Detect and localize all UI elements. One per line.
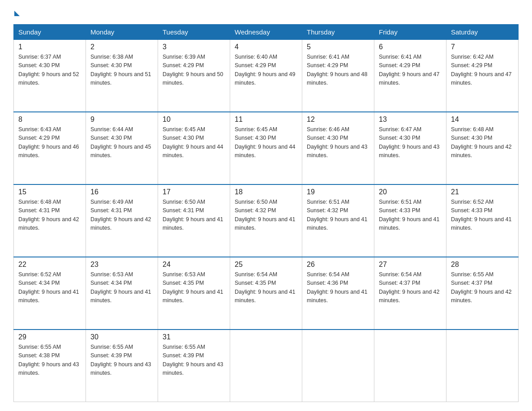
day-number: 12	[307, 116, 369, 124]
calendar-cell: 24 Sunrise: 6:53 AMSunset: 4:35 PMDaylig…	[158, 257, 230, 330]
calendar-header-wednesday: Wednesday	[230, 25, 302, 40]
calendar-header-tuesday: Tuesday	[158, 25, 230, 40]
day-number: 30	[90, 333, 153, 341]
calendar-cell: 17 Sunrise: 6:50 AMSunset: 4:31 PMDaylig…	[158, 184, 230, 257]
calendar-cell: 4 Sunrise: 6:40 AMSunset: 4:29 PMDayligh…	[230, 40, 302, 112]
day-info: Sunrise: 6:46 AMSunset: 4:30 PMDaylight:…	[307, 125, 369, 160]
day-number: 7	[451, 43, 514, 51]
day-info: Sunrise: 6:51 AMSunset: 4:32 PMDaylight:…	[307, 198, 369, 233]
day-number: 11	[235, 116, 297, 124]
calendar-cell: 7 Sunrise: 6:42 AMSunset: 4:29 PMDayligh…	[446, 40, 519, 112]
day-info: Sunrise: 6:43 AMSunset: 4:29 PMDaylight:…	[18, 125, 81, 160]
day-info: Sunrise: 6:39 AMSunset: 4:29 PMDaylight:…	[163, 53, 225, 88]
calendar-header-row: SundayMondayTuesdayWednesdayThursdayFrid…	[14, 25, 519, 40]
calendar-cell: 19 Sunrise: 6:51 AMSunset: 4:32 PMDaylig…	[302, 184, 374, 257]
calendar-cell: 18 Sunrise: 6:50 AMSunset: 4:32 PMDaylig…	[230, 184, 302, 257]
calendar-table: SundayMondayTuesdayWednesdayThursdayFrid…	[13, 24, 519, 402]
day-info: Sunrise: 6:37 AMSunset: 4:30 PMDaylight:…	[18, 53, 81, 88]
day-number: 26	[307, 261, 369, 269]
calendar-cell: 1 Sunrise: 6:37 AMSunset: 4:30 PMDayligh…	[14, 40, 86, 112]
calendar-cell: 13 Sunrise: 6:47 AMSunset: 4:30 PMDaylig…	[374, 112, 446, 184]
day-number: 10	[163, 116, 225, 124]
day-info: Sunrise: 6:41 AMSunset: 4:29 PMDaylight:…	[307, 53, 369, 88]
day-number: 24	[163, 261, 225, 269]
day-number: 6	[379, 43, 442, 51]
calendar-cell: 27 Sunrise: 6:54 AMSunset: 4:37 PMDaylig…	[374, 257, 446, 330]
day-number: 25	[235, 261, 297, 269]
day-number: 21	[451, 188, 514, 196]
day-info: Sunrise: 6:47 AMSunset: 4:30 PMDaylight:…	[379, 125, 442, 160]
day-info: Sunrise: 6:40 AMSunset: 4:29 PMDaylight:…	[235, 53, 297, 88]
calendar-cell: 20 Sunrise: 6:51 AMSunset: 4:33 PMDaylig…	[374, 184, 446, 257]
day-number: 22	[18, 261, 81, 269]
calendar-cell: 15 Sunrise: 6:48 AMSunset: 4:31 PMDaylig…	[14, 184, 86, 257]
calendar-week-row: 22 Sunrise: 6:52 AMSunset: 4:34 PMDaylig…	[14, 257, 519, 330]
day-info: Sunrise: 6:42 AMSunset: 4:29 PMDaylight:…	[451, 53, 514, 88]
day-info: Sunrise: 6:52 AMSunset: 4:34 PMDaylight:…	[18, 270, 81, 305]
day-info: Sunrise: 6:55 AMSunset: 4:38 PMDaylight:…	[18, 343, 81, 378]
calendar-cell: 11 Sunrise: 6:45 AMSunset: 4:30 PMDaylig…	[230, 112, 302, 184]
logo	[13, 9, 20, 16]
day-info: Sunrise: 6:53 AMSunset: 4:35 PMDaylight:…	[163, 270, 225, 305]
calendar-cell: 8 Sunrise: 6:43 AMSunset: 4:29 PMDayligh…	[14, 112, 86, 184]
day-number: 5	[307, 43, 369, 51]
calendar-header-friday: Friday	[374, 25, 446, 40]
day-info: Sunrise: 6:48 AMSunset: 4:31 PMDaylight:…	[18, 198, 81, 233]
day-info: Sunrise: 6:45 AMSunset: 4:30 PMDaylight:…	[163, 125, 225, 160]
day-info: Sunrise: 6:50 AMSunset: 4:31 PMDaylight:…	[163, 198, 225, 233]
calendar-cell: 16 Sunrise: 6:49 AMSunset: 4:31 PMDaylig…	[86, 184, 158, 257]
calendar-header-sunday: Sunday	[14, 25, 86, 40]
day-number: 27	[379, 261, 442, 269]
day-info: Sunrise: 6:55 AMSunset: 4:37 PMDaylight:…	[451, 270, 514, 305]
calendar-cell: 22 Sunrise: 6:52 AMSunset: 4:34 PMDaylig…	[14, 257, 86, 330]
day-info: Sunrise: 6:48 AMSunset: 4:30 PMDaylight:…	[451, 125, 514, 160]
day-number: 14	[451, 116, 514, 124]
day-number: 18	[235, 188, 297, 196]
calendar-week-row: 29 Sunrise: 6:55 AMSunset: 4:38 PMDaylig…	[14, 330, 519, 402]
calendar-cell: 3 Sunrise: 6:39 AMSunset: 4:29 PMDayligh…	[158, 40, 230, 112]
calendar-cell	[446, 330, 519, 402]
day-number: 19	[307, 188, 369, 196]
calendar-cell: 26 Sunrise: 6:54 AMSunset: 4:36 PMDaylig…	[302, 257, 374, 330]
day-info: Sunrise: 6:53 AMSunset: 4:34 PMDaylight:…	[90, 270, 153, 305]
calendar-cell: 6 Sunrise: 6:41 AMSunset: 4:29 PMDayligh…	[374, 40, 446, 112]
day-info: Sunrise: 6:55 AMSunset: 4:39 PMDaylight:…	[90, 343, 153, 378]
calendar-week-row: 1 Sunrise: 6:37 AMSunset: 4:30 PMDayligh…	[14, 40, 519, 112]
calendar-cell: 10 Sunrise: 6:45 AMSunset: 4:30 PMDaylig…	[158, 112, 230, 184]
calendar-week-row: 15 Sunrise: 6:48 AMSunset: 4:31 PMDaylig…	[14, 184, 519, 257]
calendar-cell: 5 Sunrise: 6:41 AMSunset: 4:29 PMDayligh…	[302, 40, 374, 112]
day-number: 2	[90, 43, 153, 51]
calendar-cell: 28 Sunrise: 6:55 AMSunset: 4:37 PMDaylig…	[446, 257, 519, 330]
calendar-cell: 29 Sunrise: 6:55 AMSunset: 4:38 PMDaylig…	[14, 330, 86, 402]
page: SundayMondayTuesdayWednesdayThursdayFrid…	[0, 0, 532, 411]
day-number: 16	[90, 188, 153, 196]
day-info: Sunrise: 6:41 AMSunset: 4:29 PMDaylight:…	[379, 53, 442, 88]
day-info: Sunrise: 6:52 AMSunset: 4:33 PMDaylight:…	[451, 198, 514, 233]
day-info: Sunrise: 6:50 AMSunset: 4:32 PMDaylight:…	[235, 198, 297, 233]
day-info: Sunrise: 6:51 AMSunset: 4:33 PMDaylight:…	[379, 198, 442, 233]
day-info: Sunrise: 6:54 AMSunset: 4:36 PMDaylight:…	[307, 270, 369, 305]
day-number: 9	[90, 116, 153, 124]
calendar-cell: 2 Sunrise: 6:38 AMSunset: 4:30 PMDayligh…	[86, 40, 158, 112]
calendar-cell	[230, 330, 302, 402]
calendar-header-monday: Monday	[86, 25, 158, 40]
day-info: Sunrise: 6:44 AMSunset: 4:30 PMDaylight:…	[90, 125, 153, 160]
calendar-cell: 21 Sunrise: 6:52 AMSunset: 4:33 PMDaylig…	[446, 184, 519, 257]
header	[13, 9, 519, 16]
day-number: 20	[379, 188, 442, 196]
day-number: 28	[451, 261, 514, 269]
calendar-cell	[374, 330, 446, 402]
day-number: 29	[18, 333, 81, 341]
day-number: 4	[235, 43, 297, 51]
calendar-header-thursday: Thursday	[302, 25, 374, 40]
day-info: Sunrise: 6:54 AMSunset: 4:37 PMDaylight:…	[379, 270, 442, 305]
calendar-cell: 9 Sunrise: 6:44 AMSunset: 4:30 PMDayligh…	[86, 112, 158, 184]
logo-text	[13, 9, 20, 16]
calendar-cell: 23 Sunrise: 6:53 AMSunset: 4:34 PMDaylig…	[86, 257, 158, 330]
calendar-cell: 31 Sunrise: 6:55 AMSunset: 4:39 PMDaylig…	[158, 330, 230, 402]
calendar-cell: 30 Sunrise: 6:55 AMSunset: 4:39 PMDaylig…	[86, 330, 158, 402]
day-number: 17	[163, 188, 225, 196]
day-info: Sunrise: 6:49 AMSunset: 4:31 PMDaylight:…	[90, 198, 153, 233]
day-number: 8	[18, 116, 81, 124]
calendar-cell: 14 Sunrise: 6:48 AMSunset: 4:30 PMDaylig…	[446, 112, 519, 184]
